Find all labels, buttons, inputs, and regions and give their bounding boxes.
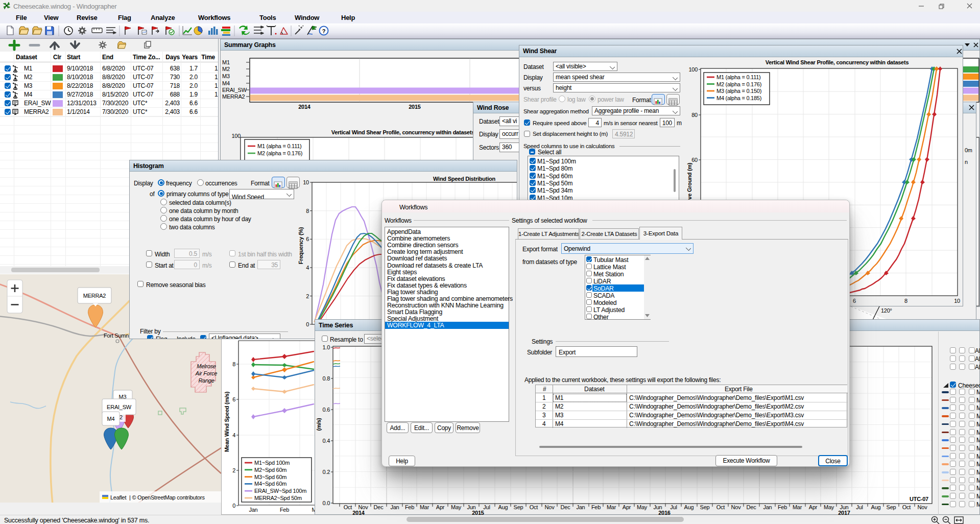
svg-text:Mar: Mar xyxy=(793,504,802,510)
svg-text:Sep: Sep xyxy=(887,504,896,510)
svg-text:Oct: Oct xyxy=(902,504,911,510)
svg-text:Frequency (%): Frequency (%) xyxy=(298,227,304,264)
svg-text:ERAI_SW: ERAI_SW xyxy=(222,87,247,93)
svg-text:M3~Spd 60m: M3~Spd 60m xyxy=(254,474,286,480)
svg-text:Wind Speed Distribution: Wind Speed Distribution xyxy=(433,176,495,182)
svg-text:8: 8 xyxy=(904,298,907,304)
svg-text:M4~Spd 60m: M4~Spd 60m xyxy=(254,481,286,487)
svg-text:6: 6 xyxy=(853,298,856,304)
svg-text:M1 (alpha = 0.111): M1 (alpha = 0.111) xyxy=(716,74,761,80)
svg-text:Jan: Jan xyxy=(249,507,258,513)
svg-text:Vertical Wind Shear Profile, c: Vertical Wind Shear Profile, concurrency… xyxy=(766,59,909,65)
svg-text:M3 (alpha = 0.150): M3 (alpha = 0.150) xyxy=(716,88,761,94)
svg-text:May: May xyxy=(451,504,462,510)
svg-text:120°: 120° xyxy=(881,307,892,314)
svg-text:Nov: Nov xyxy=(918,504,928,510)
svg-text:Aug: Aug xyxy=(498,504,508,510)
svg-text:100: 100 xyxy=(688,66,698,73)
svg-text:6: 6 xyxy=(232,396,235,402)
svg-text:Mar: Mar xyxy=(420,504,429,510)
svg-text:8: 8 xyxy=(232,361,235,367)
svg-text:M1 (alpha = 0.111): M1 (alpha = 0.111) xyxy=(257,143,302,149)
svg-text:MERRA2~Spd 50m: MERRA2~Spd 50m xyxy=(254,495,302,501)
svg-text:M2~Spd 60m: M2~Spd 60m xyxy=(254,467,286,473)
svg-text:Aug: Aug xyxy=(871,504,881,510)
svg-text:Oct: Oct xyxy=(716,504,725,510)
svg-text:Aug: Aug xyxy=(684,504,694,510)
svg-text:Oct: Oct xyxy=(344,504,352,510)
svg-text:2: 2 xyxy=(232,467,235,473)
svg-text:MERRA2: MERRA2 xyxy=(222,93,245,100)
svg-text:M2: M2 xyxy=(222,66,230,72)
svg-text:(m/s): (m/s) xyxy=(316,418,322,431)
svg-text:8: 8 xyxy=(306,208,309,214)
svg-text:Mean Wind Speed (m/s): Mean Wind Speed (m/s) xyxy=(224,391,230,452)
svg-text:4: 4 xyxy=(306,265,309,271)
svg-text:Feb: Feb xyxy=(778,504,787,510)
svg-text:0.8: 0.8 xyxy=(322,375,330,382)
svg-text:Feb: Feb xyxy=(280,507,289,513)
svg-text:2015: 2015 xyxy=(409,104,421,110)
svg-text:Range: Range xyxy=(198,377,214,384)
svg-text:2014: 2014 xyxy=(298,104,311,110)
svg-text:M2 (alpha = 0.176): M2 (alpha = 0.176) xyxy=(716,81,761,87)
svg-text:May: May xyxy=(637,504,648,510)
svg-text:MERRA2: MERRA2 xyxy=(83,293,106,299)
svg-text:1.0: 1.0 xyxy=(322,344,330,350)
svg-text:0.2: 0.2 xyxy=(322,469,330,475)
svg-text:Nov: Nov xyxy=(545,504,555,510)
svg-text:Vertical Wind Shear Profile, c: Vertical Wind Shear Profile, concurrency… xyxy=(331,129,475,135)
svg-text:M2 (alpha = 0.176): M2 (alpha = 0.176) xyxy=(257,150,302,156)
svg-text:ERAI_SW: ERAI_SW xyxy=(107,404,132,410)
svg-text:Oct: Oct xyxy=(530,504,538,510)
svg-text:Jan: Jan xyxy=(577,504,585,510)
svg-text:Apr: Apr xyxy=(436,504,445,510)
svg-text:M1: M1 xyxy=(222,59,230,65)
svg-text:100: 100 xyxy=(231,133,241,139)
svg-text:ERAI_SW~Spd 100m: ERAI_SW~Spd 100m xyxy=(254,488,306,494)
svg-text:M4 (alpha = 0.185): M4 (alpha = 0.185) xyxy=(716,95,761,101)
svg-text:0.0: 0.0 xyxy=(322,500,330,506)
svg-text:| © OpenStreetMap contributors: | © OpenStreetMap contributors xyxy=(129,494,205,501)
svg-text:10: 10 xyxy=(303,179,309,185)
svg-text:2: 2 xyxy=(119,414,123,420)
svg-text:Apr: Apr xyxy=(623,504,631,510)
svg-text:Melrose: Melrose xyxy=(197,363,216,369)
svg-text:M4: M4 xyxy=(222,80,230,86)
svg-text:Feb: Feb xyxy=(405,504,414,510)
svg-text:M3: M3 xyxy=(222,73,230,79)
svg-text:Jan: Jan xyxy=(763,504,772,510)
svg-text:M4: M4 xyxy=(107,416,115,422)
svg-text:Apr: Apr xyxy=(809,504,818,510)
svg-text:Nov: Nov xyxy=(731,504,742,510)
svg-text:?: ? xyxy=(322,28,326,34)
svg-text:2: 2 xyxy=(306,293,309,299)
svg-text:60: 60 xyxy=(691,157,698,163)
svg-text:Mar: Mar xyxy=(607,504,616,510)
svg-text:Sep: Sep xyxy=(514,504,523,510)
svg-text:0: 0 xyxy=(306,321,309,327)
svg-text:4: 4 xyxy=(232,432,235,438)
svg-text:0.6: 0.6 xyxy=(322,407,330,413)
svg-text:Air Force: Air Force xyxy=(195,370,218,376)
svg-text:Fort Sumn: Fort Sumn xyxy=(104,332,129,339)
svg-text:80: 80 xyxy=(691,112,698,118)
svg-text:0: 0 xyxy=(232,503,235,509)
svg-text:Jul: Jul xyxy=(483,504,490,510)
svg-text:Dec: Dec xyxy=(561,504,571,510)
svg-text:0.4: 0.4 xyxy=(322,438,330,444)
svg-text:Jul: Jul xyxy=(856,504,863,510)
svg-text:May: May xyxy=(824,504,834,510)
svg-text:Sep: Sep xyxy=(700,504,710,510)
svg-text:Jul: Jul xyxy=(670,504,677,510)
svg-text:Leaflet: Leaflet xyxy=(110,494,126,501)
svg-text:Jan: Jan xyxy=(391,504,399,510)
svg-text:M1~Spd 100m: M1~Spd 100m xyxy=(254,460,290,466)
svg-text:UTC-07: UTC-07 xyxy=(910,496,928,502)
svg-text:6: 6 xyxy=(306,236,309,242)
svg-text:Dec: Dec xyxy=(747,504,757,510)
svg-text:Dec: Dec xyxy=(374,504,384,510)
svg-text:Feb: Feb xyxy=(591,504,601,510)
svg-text:10: 10 xyxy=(954,298,960,304)
